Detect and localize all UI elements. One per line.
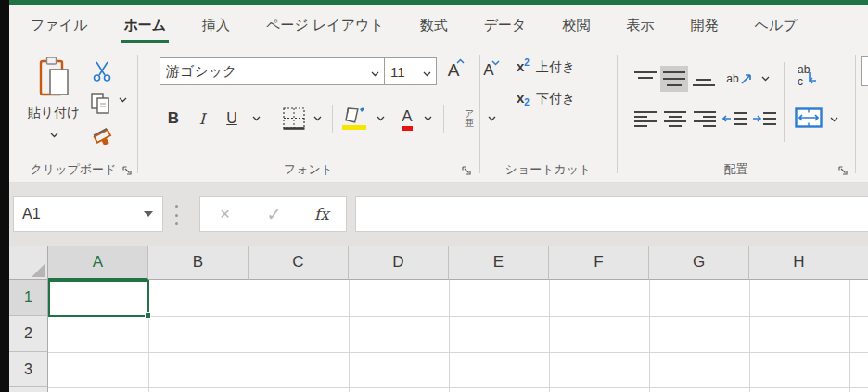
name-box-dropdown-icon[interactable] [144,211,153,217]
italic-button[interactable]: I [194,103,211,134]
orientation-button[interactable]: ab [723,66,757,92]
tab-6[interactable]: データ [484,5,527,45]
next-group-combobox-sliver [861,56,868,86]
superscript-label: 上付き [536,59,575,76]
selected-cell-A1[interactable] [48,280,149,317]
grid-vline [449,280,450,392]
column-header-A[interactable]: A [48,246,148,280]
grid-hline [48,352,868,353]
tab-8[interactable]: 表示 [626,5,654,45]
increase-indent-button[interactable] [750,107,778,133]
align-right-button[interactable] [691,107,719,133]
column-header-D[interactable]: D [349,246,449,280]
align-bottom-button[interactable] [690,66,718,92]
merge-center-button[interactable] [793,105,824,131]
name-box[interactable]: A1 [13,196,163,232]
superscript-2: 2 [524,57,530,68]
window-edge [0,0,9,392]
row-header-1[interactable]: 1 [9,280,48,316]
insert-function-button[interactable]: fx [299,205,345,223]
cancel-button[interactable]: × [200,204,249,224]
fill-color-button[interactable] [339,99,369,131]
small-separator [784,62,785,142]
font-color-button[interactable]: A [394,101,420,133]
borders-dropdown-chevron[interactable] [310,103,325,134]
clipboard-dialog-launcher-icon[interactable] [121,165,133,176]
formula-bar-drag-handle[interactable] [172,205,180,225]
cut-button[interactable] [91,60,113,82]
tab-2[interactable]: ホーム [123,5,166,45]
tab-1[interactable]: ファイル [31,5,87,45]
tab-7[interactable]: 校閲 [562,5,590,45]
font-size-combobox[interactable]: 11 [385,57,437,85]
row-header-3[interactable]: 3 [9,352,48,387]
bold-button[interactable]: B [163,103,184,134]
tab-3[interactable]: 挿入 [202,5,230,45]
font-dialog-launcher-icon[interactable] [461,165,472,176]
subscript-2: 2 [524,97,530,107]
tab-10[interactable]: ヘルプ [754,5,797,45]
clipboard-group-label: クリップボード [9,161,137,178]
small-separator [443,105,444,133]
font-name-combobox[interactable]: 游ゴシック [160,57,385,85]
ribbon-tab-bar: ファイルホーム挿入ページ レイアウト数式データ校閲表示開発ヘルプ [9,5,868,45]
align-middle-button[interactable] [660,66,688,92]
group-alignment: ab ab c [617,45,855,183]
group-clipboard: 貼り付け [9,45,137,183]
font-color-dropdown-chevron[interactable] [420,103,435,134]
align-bottom-icon [693,70,715,88]
alignment-dialog-launcher-icon[interactable] [837,165,849,176]
fill-handle[interactable] [145,312,151,319]
increase-indent-icon [752,110,776,129]
borders-icon [282,107,306,131]
font-group-label: フォント [137,161,479,178]
font-size-chevron-icon [423,64,436,80]
tab-5[interactable]: 数式 [420,5,448,45]
column-header-C[interactable]: C [249,246,349,280]
column-header-F[interactable]: F [549,246,649,280]
ribbon: 貼り付け [9,45,868,183]
wrap-text-icon: ab c [796,63,822,87]
copy-button[interactable] [91,93,111,115]
align-right-icon [694,110,716,129]
grid-vline [249,280,249,392]
superscript-button[interactable]: x2 上付き [517,58,575,76]
row-header-2[interactable]: 2 [9,316,48,352]
borders-button[interactable] [279,103,309,134]
select-all-button[interactable] [9,246,48,280]
tab-4[interactable]: ページ レイアウト [266,5,384,45]
align-center-button[interactable] [661,107,689,133]
excel-window: ファイルホーム挿入ページ レイアウト数式データ校閲表示開発ヘルプ 貼り付け [0,0,868,392]
formula-input[interactable] [355,196,868,232]
paste-dropdown-chevron[interactable] [24,125,83,142]
increase-font-size-button[interactable]: A [441,57,466,84]
wrap-text-button[interactable]: ab c [793,62,824,88]
underline-button[interactable]: U [223,103,241,134]
column-header-G[interactable]: G [649,246,749,280]
tab-9[interactable]: 開発 [690,5,718,45]
align-top-button[interactable] [632,66,659,92]
underline-dropdown-chevron[interactable] [249,103,263,134]
enter-button[interactable]: ✓ [249,204,299,225]
paste-button[interactable]: 貼り付け [24,56,83,142]
align-left-button[interactable] [632,107,659,133]
format-painter-button[interactable] [91,123,115,147]
formula-bar: A1 × ✓ fx [9,183,868,246]
column-header-H[interactable]: H [749,246,849,280]
group-separator [855,55,856,173]
svg-text:ab: ab [798,63,811,76]
column-header-B[interactable]: B [148,246,249,280]
column-header-E[interactable]: E [449,246,549,280]
group-font: 游ゴシック 11 A A [137,45,479,183]
grid-vline [549,280,550,392]
row-header-partial[interactable] [9,387,48,392]
column-header-partial[interactable] [849,246,868,280]
merge-dropdown-chevron[interactable] [826,107,841,133]
subscript-button[interactable]: x2 下付き [517,90,575,107]
copy-dropdown-chevron[interactable] [119,97,127,103]
fill-color-dropdown-chevron[interactable] [373,103,388,134]
orientation-dropdown-chevron[interactable] [758,66,772,92]
decrease-indent-button[interactable] [721,107,748,133]
font-color-letter: A [402,107,412,125]
format-painter-icon [91,123,115,147]
